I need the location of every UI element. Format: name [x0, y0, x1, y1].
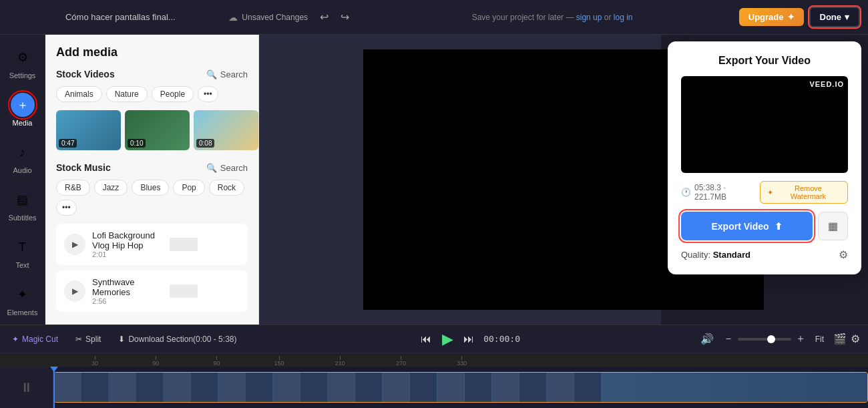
ruler-mark-90b: 90: [213, 356, 220, 367]
play-button-2[interactable]: ▶: [64, 280, 85, 302]
volume-control: 🔊: [700, 333, 714, 345]
upgrade-button[interactable]: Upgrade ✦: [739, 8, 804, 26]
caption-button[interactable]: 🎬: [833, 333, 847, 345]
sidebar-item-subtitles-label: Subtitles: [8, 214, 36, 222]
extra-buttons: 🎬 ⚙: [833, 333, 860, 345]
video-thumb-3[interactable]: 0:08: [194, 110, 258, 150]
magic-cut-button[interactable]: ✦ Magic Cut: [8, 332, 62, 347]
timeline-track-area: ⏸: [0, 367, 868, 408]
sidebar-item-subtitles[interactable]: ▤ Subtitles: [3, 182, 42, 227]
timeline-ruler: 30 90 90 150 210 270 330: [0, 353, 868, 367]
quality-settings-button[interactable]: ⚙: [839, 248, 848, 261]
panel-title: Add media: [56, 45, 248, 59]
video-duration-1: 0:47: [59, 139, 77, 148]
sidebar-item-text[interactable]: T Text: [3, 230, 42, 274]
tag-jazz[interactable]: Jazz: [94, 180, 128, 196]
clip-frame-15: [437, 373, 464, 402]
rewind-button[interactable]: ⏮: [421, 333, 431, 345]
settings-timeline-button[interactable]: ⚙: [851, 333, 860, 345]
star-icon: ✦: [787, 12, 795, 22]
export-video-button[interactable]: Export Video ⬆: [681, 212, 813, 240]
done-button[interactable]: Done ▾: [809, 7, 861, 27]
music-item-2[interactable]: ▶ Synthwave Memories 2:56: [56, 270, 248, 312]
music-name-2: Synthwave Memories: [92, 277, 163, 297]
quality-value: Standard: [713, 250, 750, 260]
settings-icon: ⚙: [11, 45, 35, 69]
playback-controls: ⏮ ▶ ⏭: [421, 329, 474, 350]
track-clip-inner: [54, 373, 867, 402]
tag-people[interactable]: People: [152, 86, 194, 102]
video-thumb-2[interactable]: 0:10: [125, 110, 190, 150]
tag-rock[interactable]: Rock: [209, 180, 244, 196]
stock-videos-search-button[interactable]: 🔍 Search: [206, 69, 248, 79]
zoom-in-button[interactable]: ＋: [795, 332, 806, 346]
tag-music-more[interactable]: •••: [56, 200, 77, 216]
redo-button[interactable]: ↪: [337, 8, 353, 26]
upgrade-label: Upgrade: [748, 12, 784, 22]
clip-frame-7: [218, 373, 245, 402]
music-duration-2: 2:56: [92, 297, 163, 305]
download-icon: ⬇: [118, 335, 125, 344]
clip-frame-1: [54, 373, 81, 402]
project-title: Cómo hacer pantallas final...: [20, 12, 220, 22]
play-button-1[interactable]: ▶: [64, 234, 85, 255]
topbar: Cómo hacer pantallas final... ☁ Unsaved …: [0, 0, 868, 35]
sign-up-link[interactable]: sign up: [576, 13, 602, 22]
tag-animals[interactable]: Animals: [56, 86, 102, 102]
sidebar-item-audio[interactable]: ♪ Audio: [3, 135, 42, 180]
veed-watermark: VEED.IO: [809, 80, 844, 88]
clip-frame-6: [191, 373, 218, 402]
export-duration: 🕐 05:38.3 · 221.7MB: [681, 183, 760, 202]
main-area: ⚙ Settings ＋ Media ♪ Audio ▤ Subtitles T…: [0, 35, 868, 325]
clip-frame-2: [81, 373, 108, 402]
zoom-slider[interactable]: [738, 338, 791, 341]
log-in-link[interactable]: log in: [614, 13, 633, 22]
split-button[interactable]: ✂ Split: [71, 332, 105, 347]
undo-button[interactable]: ↩: [316, 8, 333, 26]
remove-watermark-button[interactable]: ✦ Remove Watermark: [760, 181, 848, 204]
export-label: Export Video: [711, 221, 769, 232]
tag-rnb[interactable]: R&B: [56, 180, 90, 196]
quality-row: Quality: Standard ⚙: [681, 248, 848, 261]
sidebar-item-audio-label: Audio: [13, 166, 31, 174]
search-icon-music: 🔍: [206, 163, 217, 173]
music-item-1[interactable]: ▶ Lofi Background Vlog Hip Hop 2:01: [56, 224, 248, 265]
undo-redo-group: ↩ ↪: [316, 8, 353, 26]
sidebar-item-settings[interactable]: ⚙ Settings: [3, 40, 42, 85]
unsaved-status: ☁ Unsaved Changes: [228, 12, 308, 23]
export-other-button[interactable]: ▦: [818, 212, 848, 240]
tag-more[interactable]: •••: [198, 86, 218, 102]
pause-icon: ⏸: [20, 380, 33, 395]
sidebar-item-elements[interactable]: ✦ Elements: [3, 277, 42, 322]
download-section-button[interactable]: ⬇ Download Section(0:00 - 5:38): [114, 332, 240, 347]
volume-button[interactable]: 🔊: [700, 333, 714, 345]
tag-blues[interactable]: Blues: [132, 180, 169, 196]
sidebar: ⚙ Settings ＋ Media ♪ Audio ▤ Subtitles T…: [0, 35, 45, 325]
ruler-mark-210: 210: [335, 356, 345, 367]
play-button[interactable]: ▶: [437, 329, 458, 350]
export-meta: 🕐 05:38.3 · 221.7MB ✦ Remove Watermark: [681, 181, 848, 204]
media-panel: Add media Stock Videos 🔍 Search Animals …: [45, 35, 259, 325]
waveform-2: [170, 284, 240, 298]
stock-music-search-button[interactable]: 🔍 Search: [206, 163, 248, 173]
zoom-out-button[interactable]: －: [723, 332, 734, 346]
tag-pop[interactable]: Pop: [173, 180, 204, 196]
sidebar-item-media[interactable]: ＋ Media: [3, 87, 42, 132]
chevron-down-icon: ▾: [845, 12, 849, 22]
timeline-track[interactable]: [53, 367, 868, 408]
fit-button[interactable]: Fit: [815, 335, 824, 344]
track-clip[interactable]: [53, 372, 868, 403]
fast-forward-button[interactable]: ⏭: [463, 333, 474, 345]
plus-icon: ＋: [11, 93, 35, 117]
music-info-2: Synthwave Memories 2:56: [92, 277, 163, 305]
clip-frame-13: [383, 373, 409, 402]
clip-frame-3: [109, 373, 136, 402]
ruler-mark-330: 330: [457, 356, 467, 367]
waveform-1: [170, 238, 240, 251]
video-thumb-1[interactable]: 0:47: [56, 110, 121, 150]
clock-icon: 🕐: [681, 188, 691, 197]
tag-nature[interactable]: Nature: [106, 86, 148, 102]
clip-frame-19: [547, 373, 574, 402]
music-name-1: Lofi Background Vlog Hip Hop: [92, 230, 163, 250]
elements-icon: ✦: [11, 282, 35, 307]
